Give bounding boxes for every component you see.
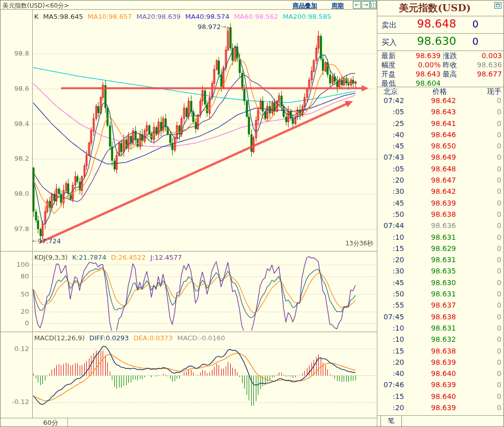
tape-time: :10 — [393, 324, 404, 332]
low-annotation-value: 97.724 — [38, 237, 61, 245]
prev-arrow-button[interactable]: ← — [353, 1, 361, 9]
buy-label: 买入 — [381, 38, 397, 47]
tape-row: :5598.6370 — [377, 301, 504, 312]
tape-price: 98.637 — [426, 301, 456, 309]
divider — [1, 251, 377, 252]
tape-volume: 0 — [497, 335, 501, 343]
sell-row: 卖出 98.648 0 — [377, 16, 504, 33]
divider — [377, 51, 504, 51]
tape-row: :1598.6400 — [377, 392, 504, 404]
tape-time: 07:44 — [383, 221, 404, 230]
tape-time: :50 — [393, 210, 404, 218]
tape-time: :30 — [393, 187, 404, 195]
axis-tick-label: 80 — [1, 272, 29, 280]
tape-time: :20 — [393, 358, 404, 366]
tape-volume: 0 — [497, 165, 501, 173]
stat-label: 最高 — [443, 70, 457, 79]
tape-volume: 0 — [497, 392, 501, 400]
axis-divider — [32, 10, 33, 418]
split-window-button[interactable]: ◫ — [370, 1, 377, 9]
tape-time: :15 — [393, 244, 404, 253]
tape-volume: 0 — [497, 369, 501, 378]
quote-title: 美元指数(USD) — [377, 2, 492, 15]
stat-value: 98.643 — [402, 70, 441, 79]
tape-volume: 0 — [497, 279, 501, 287]
tape-price: 98.639 — [426, 358, 456, 366]
tape-list[interactable]: 07:4298.6420:0598.6430:2598.6410:4098.64… — [377, 96, 504, 415]
indicator-value: MA5:98.645 — [43, 13, 83, 20]
tape-volume: 0 — [497, 199, 501, 207]
tape-header-time: 北京 — [383, 87, 398, 96]
tape-time: 07:46 — [383, 381, 404, 389]
tape-price: 98.638 — [426, 347, 456, 355]
tape-volume: 0 — [497, 96, 501, 105]
tape-price: 98.648 — [426, 165, 456, 173]
stat-label: 昨收 — [443, 61, 457, 70]
axis-tick-label: 98.8 — [1, 49, 29, 57]
maximize-icon[interactable] — [494, 2, 501, 9]
tape-price: 98.639 — [426, 381, 456, 389]
indicator-value: KDJ(9,3,3) — [34, 254, 68, 261]
tape-price: 98.639 — [426, 199, 456, 207]
tape-row: :1098.6320 — [377, 335, 504, 346]
tape-volume: 0 — [497, 404, 501, 412]
tape-time: :30 — [393, 267, 404, 275]
quote-panel: 美元指数(USD) 卖出 98.648 0 买入 98.630 0 最新98.6… — [377, 1, 504, 427]
kdj-values-row: KDJ(9,3,3)K:21.7874D:26.4522J:12.4577 — [34, 254, 186, 261]
macd-values-row: MACD(12,26,9)DIFF:0.0293DEA:0.0373MACD:-… — [34, 334, 230, 342]
tape-price: 98.643 — [426, 108, 456, 116]
axis-tick-label: 0 — [1, 319, 29, 327]
tape-time: :20 — [393, 256, 404, 264]
tape-volume: 0 — [497, 210, 501, 218]
tape-time: 07:42 — [383, 96, 404, 105]
tape-row: :4598.6300 — [377, 279, 504, 290]
tape-volume: 0 — [497, 290, 501, 298]
indicator-value: MA10:98.657 — [88, 13, 132, 20]
tape-row: :2098.6390 — [377, 358, 504, 369]
tape-row: 07:4398.6490 — [377, 153, 504, 164]
tape-price: 98.642 — [426, 96, 456, 105]
indicator-value: MA40:98.574 — [185, 13, 230, 20]
divider — [1, 418, 377, 418]
period-cell[interactable]: 60分 — [1, 418, 68, 427]
tape-volume: 0 — [497, 381, 501, 389]
tape-price: 98.638 — [426, 313, 456, 321]
tape-time: :50 — [393, 290, 404, 298]
tab-transactions[interactable]: 笔 — [380, 416, 402, 427]
time-axis-bar: 60分 031819222324 — [1, 418, 377, 427]
low-annotation: ←97.724 — [32, 237, 61, 245]
tape-price: 98.646 — [426, 131, 456, 139]
axis-tick-label: 0.12 — [1, 345, 29, 353]
tape-time: :20 — [393, 176, 404, 184]
tape-price: 98.631 — [426, 256, 456, 264]
tape-price: 98.642 — [426, 187, 456, 195]
tape-price: 98.629 — [426, 244, 456, 253]
tape-row: :0598.6480 — [377, 165, 504, 176]
tape-volume: 0 — [497, 256, 501, 264]
tape-row: :1598.6290 — [377, 244, 504, 256]
tape-time: :20 — [393, 404, 404, 412]
tape-price: 98.631 — [426, 233, 456, 241]
stat-value: 98.636 — [463, 61, 502, 70]
bar-countdown: 13分36秒 — [322, 239, 373, 248]
buy-row: 买入 98.630 0 — [377, 34, 504, 51]
tape-row: :3098.6350 — [377, 267, 504, 278]
tape-price: 98.635 — [426, 267, 456, 275]
next-arrow-button[interactable]: → — [362, 1, 370, 9]
tape-volume: 0 — [497, 131, 501, 139]
tape-row: 07:4698.6390 — [377, 381, 504, 392]
tape-time: :10 — [393, 233, 404, 241]
axis-tick-label: 98.2 — [1, 155, 29, 162]
axis-tick-label: 100 — [1, 261, 29, 268]
tape-volume: 0 — [497, 244, 501, 253]
tape-row: :2598.6410 — [377, 119, 504, 131]
tape-price: 98.631 — [426, 290, 456, 298]
tape-row: :4098.6460 — [377, 131, 504, 142]
tape-time: :40 — [393, 131, 404, 139]
tape-price: 98.631 — [426, 324, 456, 332]
tape-row: :0598.6430 — [377, 108, 504, 119]
left-arrow-icon: ← — [32, 237, 38, 245]
tape-volume: 0 — [497, 324, 501, 332]
tape-volume: 0 — [497, 108, 501, 116]
indicator-value: MACD(12,26,9) — [34, 334, 85, 342]
